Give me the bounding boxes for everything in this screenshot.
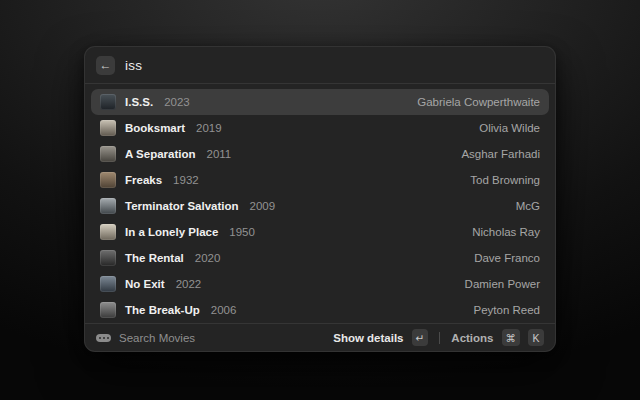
list-item[interactable]: In a Lonely Place1950Nicholas Ray (91, 219, 549, 245)
movie-year: 2019 (196, 122, 222, 134)
footer-divider (439, 332, 440, 344)
movie-title: The Break-Up (125, 304, 200, 316)
primary-action-label[interactable]: Show details (333, 332, 403, 344)
list-item[interactable]: Freaks1932Tod Browning (91, 167, 549, 193)
back-arrow-icon: ← (100, 59, 112, 71)
movie-director: Asghar Farhadi (461, 148, 540, 160)
list-item[interactable]: The Break-Up2006Peyton Reed (91, 297, 549, 323)
movie-poster-icon (100, 94, 116, 110)
movie-director: Gabriela Cowperthwaite (417, 96, 540, 108)
movie-poster-icon (100, 302, 116, 318)
movie-title: Booksmart (125, 122, 185, 134)
movie-poster-icon (100, 146, 116, 162)
launcher-window: ← iss I.S.S.2023Gabriela CowperthwaiteBo… (84, 46, 556, 352)
search-input[interactable]: iss (125, 58, 142, 73)
list-item[interactable]: No Exit2022Damien Power (91, 271, 549, 297)
extension-icon (96, 334, 111, 342)
movie-director: Nicholas Ray (472, 226, 540, 238)
movie-director: Tod Browning (470, 174, 540, 186)
movie-year: 2022 (176, 278, 202, 290)
movie-title: In a Lonely Place (125, 226, 218, 238)
movie-director: McG (516, 200, 540, 212)
footer-bar: Search Movies Show details ↵ Actions ⌘ K (85, 323, 555, 351)
movie-title: A Separation (125, 148, 196, 160)
movie-year: 2023 (164, 96, 190, 108)
source-label: Search Movies (119, 332, 195, 344)
movie-year: 1950 (229, 226, 255, 238)
back-button[interactable]: ← (96, 56, 115, 75)
list-item[interactable]: The Rental2020Dave Franco (91, 245, 549, 271)
movie-year: 2020 (195, 252, 221, 264)
movie-director: Olivia Wilde (479, 122, 540, 134)
search-bar: ← iss (85, 47, 555, 84)
results-list: I.S.S.2023Gabriela CowperthwaiteBooksmar… (85, 84, 555, 323)
return-key-badge[interactable]: ↵ (412, 329, 429, 346)
list-item[interactable]: A Separation2011Asghar Farhadi (91, 141, 549, 167)
list-item[interactable]: Booksmart2019Olivia Wilde (91, 115, 549, 141)
movie-poster-icon (100, 120, 116, 136)
movie-year: 2011 (207, 148, 232, 160)
movie-poster-icon (100, 172, 116, 188)
movie-title: Terminator Salvation (125, 200, 239, 212)
movie-title: I.S.S. (125, 96, 153, 108)
movie-poster-icon (100, 276, 116, 292)
movie-year: 2006 (211, 304, 237, 316)
list-item[interactable]: Terminator Salvation2009McG (91, 193, 549, 219)
actions-button[interactable]: Actions (451, 332, 493, 344)
movie-title: The Rental (125, 252, 184, 264)
movie-director: Peyton Reed (474, 304, 541, 316)
movie-poster-icon (100, 198, 116, 214)
movie-poster-icon (100, 224, 116, 240)
movie-director: Dave Franco (474, 252, 540, 264)
movie-title: No Exit (125, 278, 165, 290)
list-item[interactable]: I.S.S.2023Gabriela Cowperthwaite (91, 89, 549, 115)
movie-year: 2009 (250, 200, 276, 212)
cmd-key-badge[interactable]: ⌘ (502, 329, 521, 346)
movie-director: Damien Power (465, 278, 540, 290)
movie-title: Freaks (125, 174, 162, 186)
movie-poster-icon (100, 250, 116, 266)
movie-year: 1932 (173, 174, 199, 186)
k-key-badge[interactable]: K (528, 329, 544, 346)
